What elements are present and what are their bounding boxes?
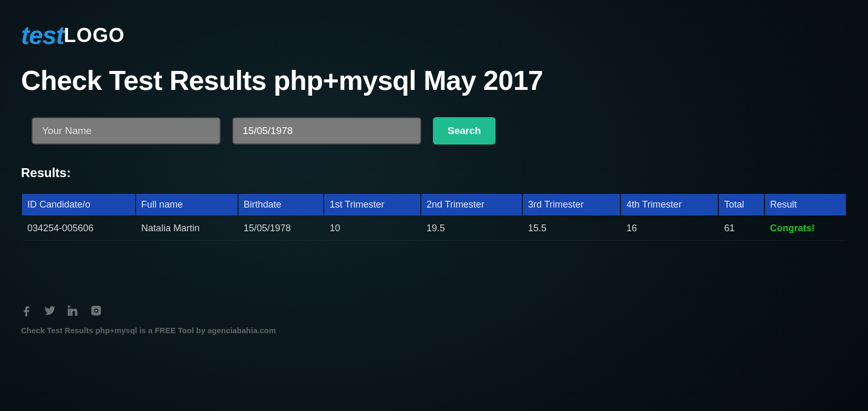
search-button[interactable]: Search <box>433 117 495 145</box>
table-cell: Natalia Martin <box>136 217 237 241</box>
table-cell: 19.5 <box>421 217 522 241</box>
logo-suffix: LOGO <box>64 24 125 46</box>
instagram-icon[interactable] <box>90 305 102 318</box>
search-form: Search <box>32 117 847 145</box>
table-row: 034254-005606Natalia Martin15/05/1978101… <box>22 217 846 241</box>
table-header: Result <box>765 194 846 215</box>
linkedin-icon[interactable] <box>67 305 79 318</box>
table-header: 3rd Trimester <box>523 194 620 215</box>
footer: Check Test Results php+mysql is a FREE T… <box>21 305 847 335</box>
table-header: Birthdate <box>239 194 324 215</box>
table-cell: 16 <box>621 217 718 241</box>
date-input[interactable] <box>232 117 421 145</box>
results-table: ID Candidate/oFull nameBirthdate1st Trim… <box>21 193 847 242</box>
results-label: Results: <box>21 166 847 180</box>
table-cell: 034254-005606 <box>22 217 135 241</box>
table-header: ID Candidate/o <box>22 194 135 215</box>
table-header: Total <box>719 194 763 215</box>
table-cell: 15/05/1978 <box>239 217 324 241</box>
logo-prefix: test <box>21 22 64 49</box>
table-cell: 15.5 <box>523 217 620 241</box>
table-header: 2nd Trimester <box>421 194 522 215</box>
social-links <box>21 305 847 318</box>
page-title: Check Test Results php+mysql May 2017 <box>21 65 847 96</box>
facebook-icon[interactable] <box>21 305 33 318</box>
name-input[interactable] <box>32 117 221 145</box>
table-header: Full name <box>136 194 237 215</box>
table-header: 4th Trimester <box>621 194 718 215</box>
table-cell: Congrats! <box>765 217 846 241</box>
twitter-icon[interactable] <box>44 305 56 318</box>
table-header: 1st Trimester <box>324 194 420 215</box>
footer-text: Check Test Results php+mysql is a FREE T… <box>21 326 847 335</box>
table-cell: 10 <box>324 217 420 241</box>
site-logo: testLOGO <box>21 21 847 50</box>
table-cell: 61 <box>719 217 763 241</box>
